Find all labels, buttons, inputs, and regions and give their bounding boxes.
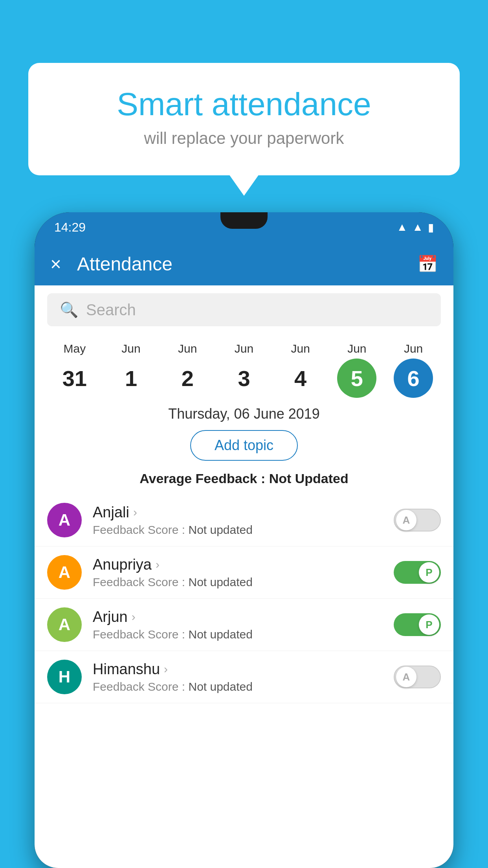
student-chevron-0: › (133, 506, 137, 519)
date-col-5[interactable]: Jun5 (337, 342, 376, 398)
add-topic-container: Add topic (35, 426, 453, 468)
speech-bubble-container: Smart attendance will replace your paper… (28, 63, 460, 175)
phone-frame: 14:29 ▲ ▲ ▮ × Attendance 📅 🔍 Search May3… (35, 212, 453, 868)
date-day-6[interactable]: 6 (394, 359, 433, 398)
student-chevron-2: › (132, 610, 136, 623)
date-month-1: Jun (121, 342, 140, 355)
student-info-3: Himanshu›Feedback Score : Not updated (93, 661, 383, 693)
date-col-3[interactable]: Jun3 (224, 342, 264, 398)
student-info-2: Arjun›Feedback Score : Not updated (93, 609, 383, 641)
toggle-knob-1: P (419, 562, 439, 583)
date-day-4[interactable]: 4 (281, 359, 320, 398)
date-col-4[interactable]: Jun4 (281, 342, 320, 398)
average-feedback: Average Feedback : Not Updated (35, 468, 453, 494)
date-day-5[interactable]: 5 (337, 359, 376, 398)
date-month-3: Jun (235, 342, 253, 355)
date-day-0[interactable]: 31 (55, 359, 94, 398)
student-avatar-0: A (47, 503, 82, 537)
calendar-icon[interactable]: 📅 (417, 254, 438, 274)
speech-bubble: Smart attendance will replace your paper… (28, 63, 460, 175)
app-bar: × Attendance 📅 (35, 242, 453, 285)
date-col-2[interactable]: Jun2 (168, 342, 207, 398)
student-chevron-1: › (156, 558, 160, 571)
date-month-6: Jun (404, 342, 423, 355)
date-col-6[interactable]: Jun6 (394, 342, 433, 398)
status-time: 14:29 (54, 220, 86, 235)
date-day-1[interactable]: 1 (112, 359, 151, 398)
student-avatar-1: A (47, 555, 82, 590)
student-row-2[interactable]: AArjun›Feedback Score : Not updatedP (35, 599, 453, 651)
avg-feedback-value: Not Updated (269, 471, 349, 486)
status-bar: 14:29 ▲ ▲ ▮ (35, 212, 453, 242)
add-topic-button[interactable]: Add topic (190, 430, 298, 461)
attendance-toggle-2[interactable]: P (394, 613, 441, 636)
wifi-icon: ▲ (397, 221, 408, 234)
date-col-1[interactable]: Jun1 (112, 342, 151, 398)
student-avatar-3: H (47, 660, 82, 694)
attendance-toggle-1[interactable]: P (394, 561, 441, 584)
student-name-2: Arjun› (93, 609, 383, 625)
close-button[interactable]: × (50, 253, 61, 275)
student-info-0: Anjali›Feedback Score : Not updated (93, 504, 383, 537)
student-row-3[interactable]: HHimanshu›Feedback Score : Not updatedA (35, 651, 453, 703)
date-day-2[interactable]: 2 (168, 359, 207, 398)
attendance-toggle-0[interactable]: A (394, 509, 441, 531)
selected-date: Thursday, 06 June 2019 (35, 398, 453, 426)
student-info-1: Anupriya›Feedback Score : Not updated (93, 556, 383, 589)
search-bar: 🔍 Search (35, 285, 453, 334)
toggle-knob-0: A (396, 510, 416, 530)
app-bar-title: Attendance (77, 253, 402, 275)
attendance-toggle-3[interactable]: A (394, 666, 441, 688)
search-placeholder: Search (86, 301, 136, 319)
student-row-0[interactable]: AAnjali›Feedback Score : Not updatedA (35, 494, 453, 546)
student-feedback-2: Feedback Score : Not updated (93, 628, 383, 641)
avg-feedback-label: Average Feedback : (139, 471, 269, 486)
date-month-0: May (64, 342, 86, 355)
date-month-2: Jun (178, 342, 197, 355)
date-col-0[interactable]: May31 (55, 342, 94, 398)
status-icons: ▲ ▲ ▮ (397, 221, 434, 234)
battery-icon: ▮ (428, 221, 434, 234)
speech-bubble-title: Smart attendance (60, 86, 428, 122)
toggle-knob-2: P (419, 614, 439, 635)
student-avatar-2: A (47, 607, 82, 642)
student-feedback-3: Feedback Score : Not updated (93, 680, 383, 693)
phone-screen: 🔍 Search May31Jun1Jun2Jun3Jun4Jun5Jun6 T… (35, 285, 453, 868)
speech-bubble-subtitle: will replace your paperwork (60, 129, 428, 148)
date-day-3[interactable]: 3 (224, 359, 264, 398)
search-icon: 🔍 (60, 301, 78, 318)
date-strip: May31Jun1Jun2Jun3Jun4Jun5Jun6 (35, 334, 453, 398)
student-name-1: Anupriya› (93, 556, 383, 573)
search-input-container[interactable]: 🔍 Search (47, 293, 441, 326)
student-feedback-0: Feedback Score : Not updated (93, 523, 383, 537)
student-name-3: Himanshu› (93, 661, 383, 678)
student-row-1[interactable]: AAnupriya›Feedback Score : Not updatedP (35, 546, 453, 599)
date-month-5: Jun (347, 342, 366, 355)
date-month-4: Jun (291, 342, 310, 355)
signal-icon: ▲ (412, 221, 423, 234)
student-list: AAnjali›Feedback Score : Not updatedAAAn… (35, 494, 453, 703)
student-name-0: Anjali› (93, 504, 383, 521)
student-chevron-3: › (164, 662, 168, 676)
student-feedback-1: Feedback Score : Not updated (93, 576, 383, 589)
toggle-knob-3: A (396, 667, 416, 687)
